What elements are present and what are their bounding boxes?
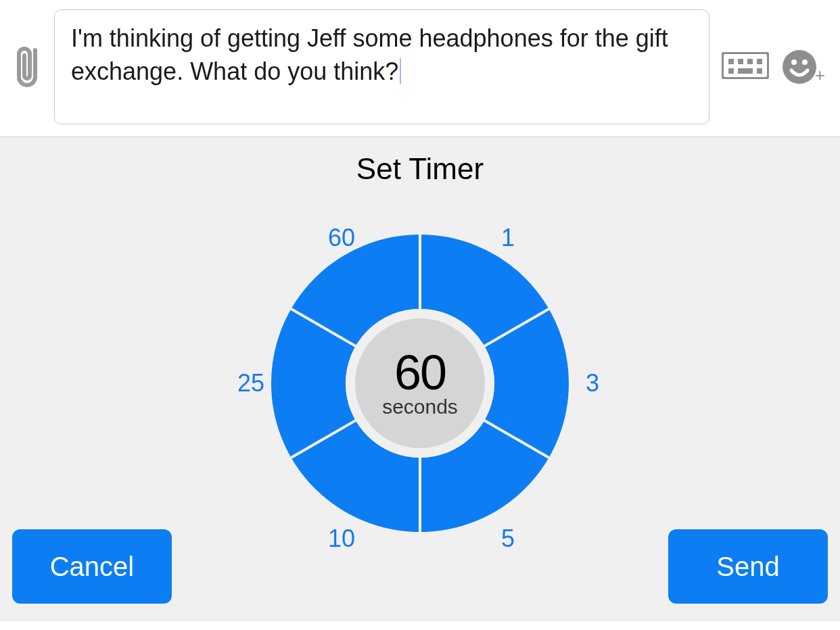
keyboard-icon[interactable] bbox=[722, 52, 769, 82]
plus-icon: + bbox=[815, 65, 825, 86]
svg-rect-6 bbox=[738, 68, 753, 74]
svg-rect-3 bbox=[747, 59, 753, 64]
timer-unit: seconds bbox=[382, 395, 458, 418]
tick-1[interactable]: 1 bbox=[501, 224, 515, 252]
timer-dial[interactable]: 60 seconds 60 1 3 5 10 25 bbox=[217, 180, 623, 586]
timer-value: 60 bbox=[394, 348, 446, 397]
svg-point-10 bbox=[802, 59, 808, 65]
tick-3[interactable]: 3 bbox=[586, 369, 599, 397]
text-cursor bbox=[400, 58, 401, 84]
tick-10[interactable]: 10 bbox=[328, 525, 355, 553]
compose-bar: I'm thinking of getting Jeff some headph… bbox=[0, 0, 840, 137]
svg-rect-0 bbox=[722, 53, 768, 78]
tick-25[interactable]: 25 bbox=[237, 369, 264, 397]
tick-5[interactable]: 5 bbox=[501, 525, 515, 553]
dial-center: 60 seconds bbox=[355, 318, 485, 448]
emoji-add-icon[interactable]: + bbox=[781, 49, 825, 86]
svg-rect-1 bbox=[728, 59, 734, 64]
paperclip-icon[interactable] bbox=[15, 41, 42, 93]
send-button[interactable]: Send bbox=[668, 529, 828, 604]
svg-rect-4 bbox=[757, 59, 762, 64]
svg-point-8 bbox=[783, 50, 816, 84]
svg-rect-2 bbox=[738, 59, 743, 64]
set-timer-panel: Set Timer 60 seconds 60 1 3 5 10 25 bbox=[0, 137, 840, 621]
svg-point-9 bbox=[791, 59, 797, 65]
message-text: I'm thinking of getting Jeff some headph… bbox=[71, 24, 668, 85]
cancel-button[interactable]: Cancel bbox=[12, 529, 172, 604]
svg-rect-7 bbox=[757, 68, 762, 74]
svg-rect-5 bbox=[728, 68, 734, 74]
tick-60[interactable]: 60 bbox=[328, 224, 355, 252]
message-input[interactable]: I'm thinking of getting Jeff some headph… bbox=[54, 9, 709, 124]
